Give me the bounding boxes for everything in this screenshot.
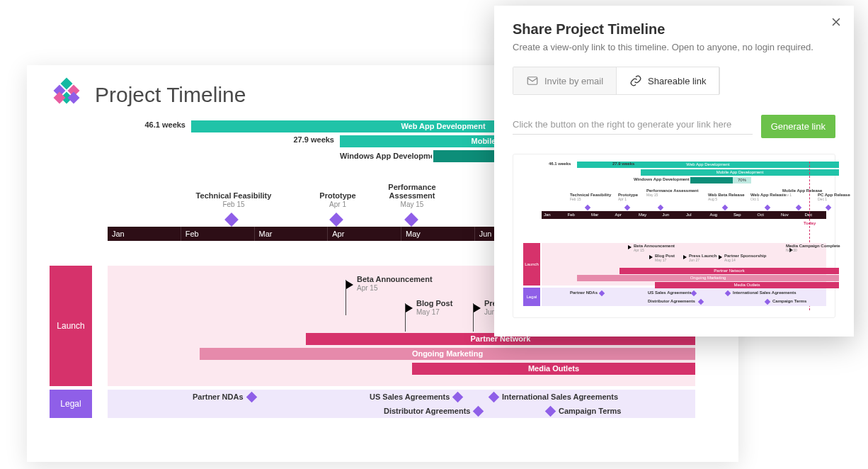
milestone-proto[interactable]: Prototype Apr 1 <box>306 191 370 208</box>
close-button[interactable] <box>830 16 843 32</box>
bar-media-outlets[interactable]: Media Outlets <box>412 363 695 375</box>
lane-label-launch[interactable]: Launch <box>50 266 92 386</box>
generate-link-button[interactable]: Generate link <box>761 115 835 138</box>
duration-label: 46.1 weeks <box>101 120 185 129</box>
tab-invite-email[interactable]: Invite by email <box>513 67 616 94</box>
flag-beta-ann[interactable]: Beta AnnouncementApr 15 <box>357 275 433 292</box>
tab-shareable-link[interactable]: Shareable link <box>616 67 719 94</box>
bar-ongoing-marketing[interactable]: Ongoing Marketing <box>200 348 695 360</box>
diamond-icon <box>329 213 343 227</box>
diamond-icon <box>224 213 239 227</box>
link-placeholder: Click the button on the right to generat… <box>513 119 753 135</box>
flag-blog[interactable]: Blog PostMay 17 <box>416 299 452 316</box>
mail-icon <box>526 74 539 87</box>
legal-camp[interactable]: Campaign Terms <box>547 407 621 415</box>
link-icon <box>629 74 642 87</box>
svg-rect-0 <box>527 77 537 85</box>
milestone-perf[interactable]: Performance Assessment May 15 <box>370 183 455 208</box>
share-modal: Share Project Timeline Create a view-onl… <box>494 6 854 337</box>
flag-icon <box>474 304 481 312</box>
page-title: Project Timeline <box>95 83 246 107</box>
legal-us[interactable]: US Sales Agreements <box>370 392 462 401</box>
flag-icon <box>346 281 353 289</box>
diamond-icon <box>404 213 418 227</box>
legal-nda[interactable]: Partner NDAs <box>193 392 256 401</box>
modal-subtitle: Create a view-only link to this timeline… <box>513 42 835 52</box>
lane-label-legal[interactable]: Legal <box>50 390 92 418</box>
milestone-tech[interactable]: Technical Feasibility Feb 15 <box>184 191 283 208</box>
bar-windows-label[interactable]: Windows App Development <box>340 150 432 162</box>
legal-dist[interactable]: Distributor Agreements <box>384 407 482 415</box>
flag-icon <box>406 304 413 312</box>
close-icon <box>830 16 843 28</box>
duration-label: 27.9 weeks <box>249 135 334 144</box>
modal-title: Share Project Timeline <box>513 21 835 38</box>
share-tabs: Invite by email Shareable link <box>513 67 720 95</box>
app-logo <box>50 78 84 112</box>
legal-intl[interactable]: International Sales Agreements <box>490 392 618 401</box>
timeline-preview: 46.1 weeks Web App Development 27.9 week… <box>513 154 835 318</box>
